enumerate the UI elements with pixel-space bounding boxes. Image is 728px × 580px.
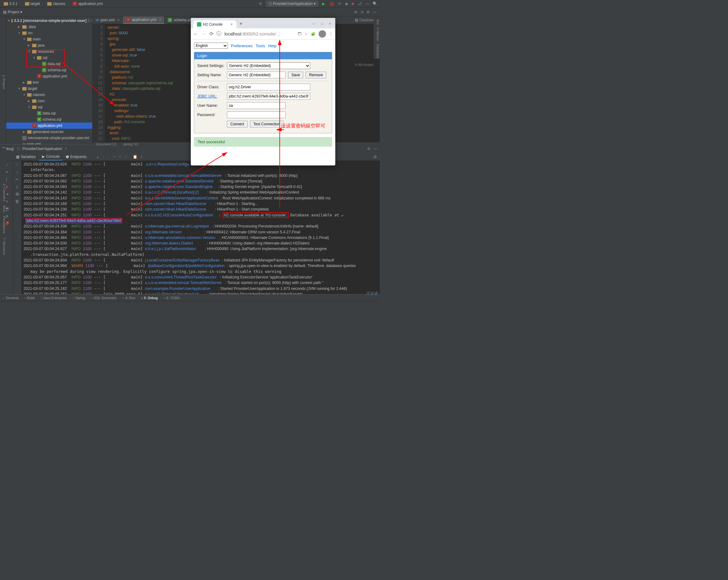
tab-console[interactable]: ▶ Console (39, 153, 63, 160)
menu-icon[interactable]: ⋮ (329, 32, 333, 36)
hammer-icon[interactable]: ⚒ (259, 2, 262, 6)
console-output[interactable]: 2021-03-07 00:04:23.824 INFO 1100 --- [ … (22, 161, 380, 294)
run-config-select[interactable]: ⬡ ProviderUserApplication ▾ (266, 1, 318, 7)
project-label[interactable]: ▤ Project ▾ (0, 10, 25, 14)
editor-tab[interactable]: mpom.xml× (93, 17, 123, 23)
layout-icon[interactable]: ▭ (366, 2, 369, 6)
close-icon[interactable]: × (329, 22, 331, 26)
left-lower-tabs[interactable]: 2: Favorites Web Persistence 7: Structur… (0, 148, 6, 290)
down-icon[interactable]: ↓ (15, 169, 20, 175)
step-icon[interactable]: |← (125, 155, 129, 159)
up-icon[interactable]: ↑ (15, 162, 20, 167)
coverage-button[interactable]: ⟳ (338, 2, 341, 6)
tree-item[interactable]: mpom.xml (6, 141, 92, 144)
left-tool-tabs[interactable]: 1: Project (0, 16, 6, 144)
tools-link[interactable]: Tools (256, 44, 265, 48)
tree-item[interactable]: ▶.idea (6, 24, 92, 30)
forward-icon[interactable]: → (201, 31, 206, 37)
gear-icon[interactable]: ⚙ (366, 10, 370, 14)
maximize-icon[interactable]: □ (321, 22, 323, 26)
bottom-tab[interactable]: ▫4: Run (120, 296, 138, 300)
tree-item[interactable]: ▼src (6, 30, 92, 36)
step-icon[interactable]: ▲ (96, 155, 100, 159)
prefs-link[interactable]: Preferences (231, 44, 253, 48)
pass-input[interactable] (227, 111, 286, 118)
tree-item[interactable]: ▼sql (6, 55, 92, 61)
tab-variables[interactable]: ▦ Variables (13, 153, 39, 160)
test-button[interactable]: Test Connection (250, 121, 283, 128)
editor-tab[interactable]: Yapplication.yml× (123, 16, 164, 24)
hide-icon[interactable]: — (373, 10, 376, 14)
star-icon[interactable]: ☆ (305, 32, 308, 36)
tree-item[interactable]: Sdata.sql (6, 61, 92, 67)
stop-button[interactable]: ■ (352, 2, 354, 6)
tree-item[interactable]: ▼sql (6, 104, 92, 110)
minimize-icon[interactable]: — (312, 22, 315, 26)
step-icon[interactable]: ↓ (103, 155, 104, 159)
driver-input[interactable] (227, 84, 310, 90)
step-icon[interactable]: ≡ (140, 155, 142, 159)
save-button[interactable]: Save (288, 72, 303, 78)
tree-item[interactable]: Sdata.sql (6, 110, 92, 116)
expand-icon[interactable]: ⇲ (360, 10, 363, 14)
tree-item[interactable]: ▶generated-sources (6, 129, 92, 135)
tree-item[interactable]: Sschema.sql (6, 116, 92, 123)
info-icon[interactable]: ⓘ (216, 31, 222, 37)
project-tree[interactable]: ▼3.3.1 [microservice-simple-provider-use… (6, 16, 93, 144)
bottom-tab[interactable]: ▫Java Enterprise (38, 296, 70, 300)
bottom-tab[interactable]: ▫Spring (70, 296, 88, 300)
step-icon[interactable]: ↗ (112, 155, 115, 159)
connect-button[interactable]: Connect (227, 121, 248, 128)
tree-item[interactable]: microservice-simple-provider-user.iml (6, 135, 92, 141)
tree-item[interactable]: Yapplication.yml (6, 123, 92, 129)
step-icon[interactable]: ↓ (107, 155, 109, 159)
tree-item[interactable]: ▼main (6, 36, 92, 42)
clear-icon[interactable]: 🗑 (15, 199, 20, 204)
user-input[interactable] (227, 102, 286, 109)
print-icon[interactable]: 🖶 (15, 192, 20, 196)
crumb-classes[interactable]: classes (46, 2, 67, 6)
tree-item[interactable]: ▶java (6, 42, 92, 49)
crumb-target[interactable]: target (24, 2, 42, 6)
tree-item[interactable]: ▼resources (6, 49, 92, 55)
debug-button[interactable]: 🐞 (329, 1, 334, 6)
layout-icon[interactable]: ⊞ (373, 155, 380, 159)
bottom-tab[interactable]: ▫Build (21, 296, 37, 300)
bottom-tab[interactable]: ▫5: Debug (138, 296, 161, 300)
translate-icon[interactable]: 🗔 (297, 32, 301, 36)
crumb-root[interactable]: 3.3.1 (2, 2, 19, 6)
lang-select[interactable]: English (194, 43, 228, 49)
right-tool-tabs[interactable]: Ant m Maven Database (373, 17, 380, 59)
bottom-tab[interactable]: ▫Terminal (0, 296, 21, 300)
tree-item[interactable]: ▶test (6, 79, 92, 85)
wrap-icon[interactable]: ↩ (15, 177, 20, 182)
tree-item[interactable]: ▼target (6, 85, 92, 92)
new-tab-button[interactable]: + (236, 19, 245, 28)
back-icon[interactable]: ← (193, 31, 198, 37)
tree-item[interactable]: ▶com (6, 98, 92, 104)
scroll-icon[interactable]: ⤓ (15, 184, 20, 189)
bottom-tab[interactable]: ▫6: TODO (161, 296, 183, 300)
close-icon[interactable]: × (64, 147, 67, 151)
git-icon[interactable]: ⎇ (358, 2, 362, 6)
step-icon[interactable]: 📋 (133, 155, 137, 159)
extensions-icon[interactable]: 🧩 (311, 32, 315, 36)
debug-app[interactable]: ProviderUserApplication (23, 147, 62, 151)
profile-button[interactable]: ◉ (345, 2, 348, 6)
browser-tab[interactable]: H2 Console × (193, 20, 236, 28)
crumb-file[interactable]: Yapplication.yml (71, 2, 104, 6)
step-icon[interactable]: ⟲ (119, 155, 122, 159)
hide-icon[interactable]: — (373, 147, 377, 151)
saved-settings-select[interactable]: Generic H2 (Embedded) (227, 62, 310, 69)
tab-endpoints[interactable]: ⬢ Endpoints (63, 153, 89, 160)
tree-root[interactable]: ▼3.3.1 [microservice-simple-provider-use… (6, 18, 92, 24)
close-tab-icon[interactable]: × (231, 22, 233, 27)
tree-item[interactable]: Yapplication.yml (6, 73, 92, 79)
setting-name-input[interactable] (227, 72, 286, 78)
reload-icon[interactable]: ⟳ (209, 31, 213, 37)
tree-item[interactable]: Sschema.sql (6, 67, 92, 73)
url-field[interactable]: localhost:8000/h2-console/… (225, 31, 294, 36)
jdbc-input[interactable] (227, 93, 310, 100)
crumb-path[interactable]: spring: h2: (123, 142, 139, 146)
run-button[interactable]: ▶ (322, 1, 326, 6)
